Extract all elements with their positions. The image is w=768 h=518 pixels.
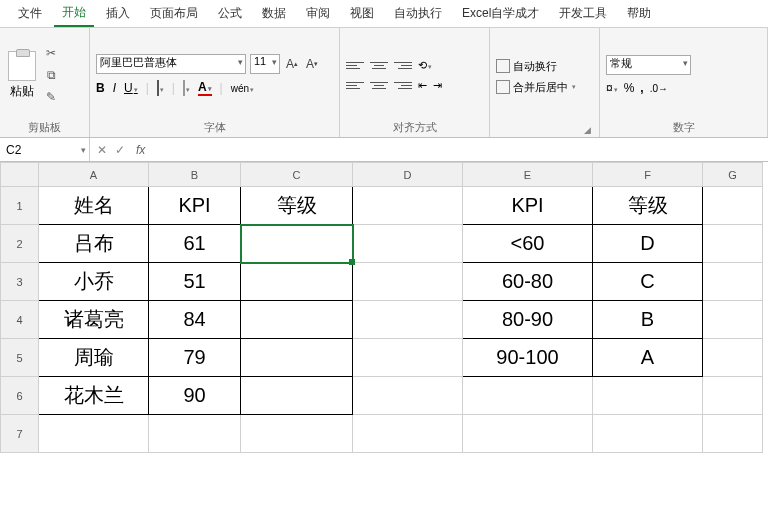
menu-data[interactable]: 数据 — [254, 1, 294, 26]
cell-G1[interactable] — [703, 187, 763, 225]
cell-F3[interactable]: C — [593, 263, 703, 301]
menu-home[interactable]: 开始 — [54, 0, 94, 27]
name-box[interactable]: C2 — [0, 138, 90, 161]
wrap-launcher-icon[interactable]: ◢ — [584, 125, 591, 135]
align-center-icon[interactable] — [370, 78, 388, 92]
currency-button[interactable]: ¤ — [606, 81, 618, 95]
menu-formulas[interactable]: 公式 — [210, 1, 250, 26]
cell-G7[interactable] — [703, 415, 763, 453]
row-header-6[interactable]: 6 — [1, 377, 39, 415]
cell-C6[interactable] — [241, 377, 353, 415]
cell-D6[interactable] — [353, 377, 463, 415]
format-painter-icon[interactable]: ✎ — [42, 89, 60, 105]
cell-C5[interactable] — [241, 339, 353, 377]
cell-B2[interactable]: 61 — [149, 225, 241, 263]
cell-A3[interactable]: 小乔 — [39, 263, 149, 301]
increase-font-icon[interactable]: A▴ — [284, 56, 300, 72]
cell-D1[interactable] — [353, 187, 463, 225]
italic-button[interactable]: I — [113, 81, 116, 95]
copy-icon[interactable]: ⧉ — [42, 67, 60, 83]
align-bottom-icon[interactable] — [394, 58, 412, 72]
cell-B3[interactable]: 51 — [149, 263, 241, 301]
cell-E3[interactable]: 60-80 — [463, 263, 593, 301]
formula-input[interactable] — [149, 138, 768, 161]
cell-G5[interactable] — [703, 339, 763, 377]
cell-G2[interactable] — [703, 225, 763, 263]
align-right-icon[interactable] — [394, 78, 412, 92]
cell-B1[interactable]: KPI — [149, 187, 241, 225]
col-header-B[interactable]: B — [149, 163, 241, 187]
increase-indent-icon[interactable]: ⇥ — [433, 79, 442, 92]
col-header-C[interactable]: C — [241, 163, 353, 187]
col-header-D[interactable]: D — [353, 163, 463, 187]
bold-button[interactable]: B — [96, 81, 105, 95]
cell-E2[interactable]: <60 — [463, 225, 593, 263]
cell-D7[interactable] — [353, 415, 463, 453]
cell-C7[interactable] — [241, 415, 353, 453]
cell-E1[interactable]: KPI — [463, 187, 593, 225]
orientation-button[interactable]: ⟲ — [418, 59, 432, 72]
row-header-5[interactable]: 5 — [1, 339, 39, 377]
cell-C3[interactable] — [241, 263, 353, 301]
row-header-2[interactable]: 2 — [1, 225, 39, 263]
cell-A6[interactable]: 花木兰 — [39, 377, 149, 415]
increase-decimal-icon[interactable]: .0→ — [650, 83, 668, 94]
cell-C2[interactable] — [241, 225, 353, 263]
cell-B7[interactable] — [149, 415, 241, 453]
number-format-select[interactable]: 常规 — [606, 55, 691, 75]
row-header-3[interactable]: 3 — [1, 263, 39, 301]
cell-B6[interactable]: 90 — [149, 377, 241, 415]
font-size-select[interactable]: 11 — [250, 54, 280, 74]
cell-D2[interactable] — [353, 225, 463, 263]
cell-A4[interactable]: 诸葛亮 — [39, 301, 149, 339]
menu-automate[interactable]: 自动执行 — [386, 1, 450, 26]
cell-E4[interactable]: 80-90 — [463, 301, 593, 339]
cell-D4[interactable] — [353, 301, 463, 339]
menu-developer[interactable]: 开发工具 — [551, 1, 615, 26]
cell-B5[interactable]: 79 — [149, 339, 241, 377]
align-left-icon[interactable] — [346, 78, 364, 92]
fx-icon[interactable]: fx — [132, 143, 149, 157]
select-all-corner[interactable] — [1, 163, 39, 187]
menu-help[interactable]: 帮助 — [619, 1, 659, 26]
cell-D3[interactable] — [353, 263, 463, 301]
cell-E6[interactable] — [463, 377, 593, 415]
cell-G6[interactable] — [703, 377, 763, 415]
align-middle-icon[interactable] — [370, 58, 388, 72]
underline-button[interactable]: U — [124, 81, 138, 95]
borders-button[interactable] — [157, 81, 164, 95]
cell-A7[interactable] — [39, 415, 149, 453]
font-name-select[interactable]: 阿里巴巴普惠体 — [96, 54, 246, 74]
cell-F4[interactable]: B — [593, 301, 703, 339]
cell-F7[interactable] — [593, 415, 703, 453]
menu-insert[interactable]: 插入 — [98, 1, 138, 26]
col-header-A[interactable]: A — [39, 163, 149, 187]
cell-F2[interactable]: D — [593, 225, 703, 263]
cell-E7[interactable] — [463, 415, 593, 453]
cell-E5[interactable]: 90-100 — [463, 339, 593, 377]
merge-center-button[interactable]: 合并后居中 — [496, 80, 576, 95]
menu-page-layout[interactable]: 页面布局 — [142, 1, 206, 26]
cell-A1[interactable]: 姓名 — [39, 187, 149, 225]
wrap-text-button[interactable]: 自动换行 — [496, 59, 576, 74]
font-color-button[interactable]: A — [198, 80, 212, 96]
col-header-G[interactable]: G — [703, 163, 763, 187]
menu-file[interactable]: 文件 — [10, 1, 50, 26]
menu-addin[interactable]: Excel自学成才 — [454, 1, 547, 26]
cell-C1[interactable]: 等级 — [241, 187, 353, 225]
align-top-icon[interactable] — [346, 58, 364, 72]
cut-icon[interactable]: ✂ — [42, 45, 60, 61]
phonetic-button[interactable]: wén — [231, 83, 254, 94]
menu-view[interactable]: 视图 — [342, 1, 382, 26]
cell-A5[interactable]: 周瑜 — [39, 339, 149, 377]
cell-F5[interactable]: A — [593, 339, 703, 377]
percent-button[interactable]: % — [624, 81, 635, 95]
menu-review[interactable]: 审阅 — [298, 1, 338, 26]
cell-F1[interactable]: 等级 — [593, 187, 703, 225]
col-header-F[interactable]: F — [593, 163, 703, 187]
cell-B4[interactable]: 84 — [149, 301, 241, 339]
confirm-formula-icon[interactable]: ✓ — [112, 143, 128, 157]
paste-button[interactable]: 粘贴 — [6, 49, 38, 102]
cancel-formula-icon[interactable]: ✕ — [94, 143, 110, 157]
fill-color-button[interactable] — [183, 81, 190, 95]
